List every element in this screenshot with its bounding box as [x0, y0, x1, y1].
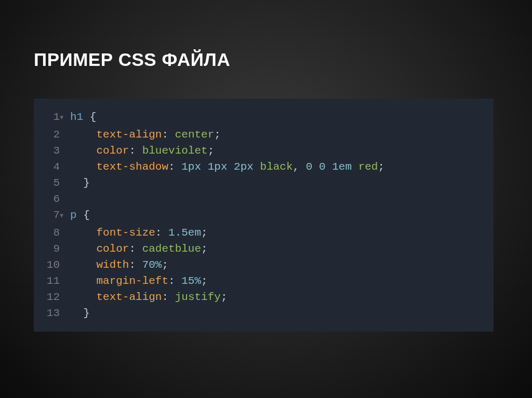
- code-line: 11 margin-left: 15%;: [43, 273, 482, 289]
- line-number: 8: [43, 225, 60, 241]
- code-block: 1 ▼ h1 { 2 text-align: center; 3 color: …: [34, 99, 494, 332]
- code-text: h1 {: [70, 109, 96, 125]
- slide-title: ПРИМЕР CSS ФАЙЛА: [34, 49, 498, 70]
- code-line: 3 color: blueviolet;: [43, 143, 482, 159]
- line-number: 9: [43, 241, 60, 257]
- code-text: font-size: 1.5em;: [70, 225, 208, 241]
- code-text: }: [70, 175, 90, 191]
- code-text: color: blueviolet;: [70, 143, 214, 159]
- slide: ПРИМЕР CSS ФАЙЛА 1 ▼ h1 { 2 text-align: …: [0, 0, 532, 398]
- code-text: color: cadetblue;: [70, 241, 208, 257]
- code-line: 13 }: [43, 305, 482, 321]
- line-number: 11: [43, 273, 60, 289]
- code-line: 2 text-align: center;: [43, 127, 482, 143]
- code-text: text-align: center;: [70, 127, 221, 143]
- line-number: 4: [43, 159, 60, 175]
- code-line: 9 color: cadetblue;: [43, 241, 482, 257]
- line-number: 5: [43, 175, 60, 191]
- code-line: 4 text-shadow: 1px 1px 2px black, 0 0 1e…: [43, 159, 482, 175]
- code-line: 8 font-size: 1.5em;: [43, 225, 482, 241]
- code-text: [70, 191, 77, 207]
- line-number: 1: [43, 109, 60, 125]
- code-text: text-shadow: 1px 1px 2px black, 0 0 1em …: [70, 159, 384, 175]
- line-number: 6: [43, 191, 60, 207]
- line-number: 3: [43, 143, 60, 159]
- code-text: }: [70, 305, 90, 321]
- fold-icon[interactable]: ▼: [60, 208, 70, 224]
- code-line: 12 text-align: justify;: [43, 289, 482, 305]
- code-line: 5 }: [43, 175, 482, 191]
- line-number: 10: [43, 257, 60, 273]
- code-line: 1 ▼ h1 {: [43, 109, 482, 127]
- code-line: 6: [43, 191, 482, 207]
- code-text: margin-left: 15%;: [70, 273, 208, 289]
- line-number: 13: [43, 305, 60, 321]
- code-line: 7 ▼ p {: [43, 207, 482, 225]
- code-line: 10 width: 70%;: [43, 257, 482, 273]
- line-number: 2: [43, 127, 60, 143]
- code-text: text-align: justify;: [70, 289, 228, 305]
- line-number: 12: [43, 289, 60, 305]
- code-text: p {: [70, 207, 90, 223]
- fold-icon[interactable]: ▼: [60, 110, 70, 126]
- line-number: 7: [43, 207, 60, 223]
- code-text: width: 70%;: [70, 257, 168, 273]
